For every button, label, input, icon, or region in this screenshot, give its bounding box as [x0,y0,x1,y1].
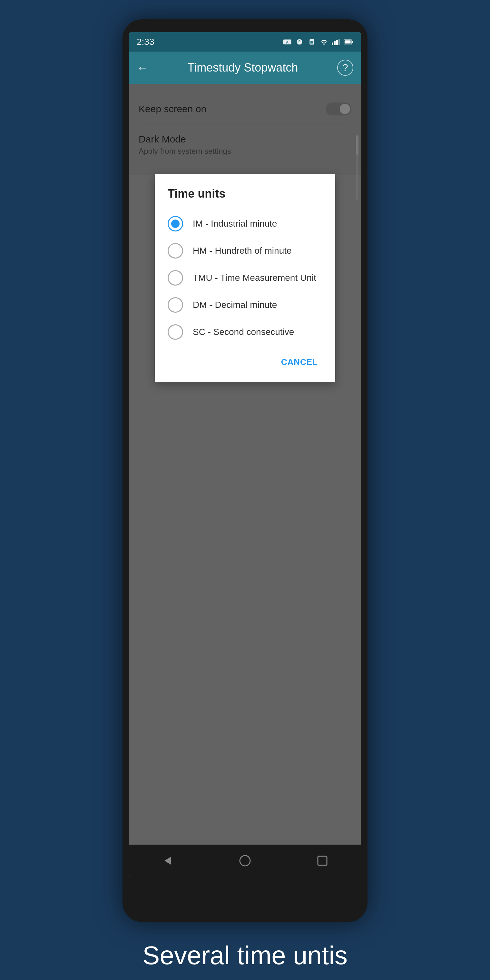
radio-sc[interactable] [168,324,183,340]
wifi-icon [319,39,329,45]
option-hm[interactable]: HM - Hundreth of minute [155,237,335,264]
dialog-actions: CANCEL [155,345,335,375]
help-button[interactable]: ? [337,60,353,76]
time-units-dialog: Time units IM - Industrial minute HM - H… [155,174,335,382]
svg-text:P: P [299,40,301,43]
sim-icon [307,39,317,45]
dialog-title: Time units [155,187,335,210]
radio-tmu[interactable] [168,270,183,286]
radio-dm[interactable] [168,297,183,313]
back-button[interactable]: ← [137,61,148,75]
nav-home-icon [239,854,251,867]
option-tmu-label: TMU - Time Measurement Unit [193,273,316,283]
svg-rect-10 [339,39,340,45]
option-sc[interactable]: SC - Second consecutive [155,318,335,345]
phone-frame: 2:33 A P [123,19,368,922]
nav-recents-button[interactable] [313,851,332,870]
option-hm-label: HM - Hundreth of minute [193,246,292,256]
option-im-label: IM - Industrial minute [193,219,277,229]
svg-marker-14 [164,857,171,865]
radio-im[interactable] [168,216,183,231]
option-dm[interactable]: DM - Decimal minute [155,291,335,318]
svg-rect-5 [310,41,313,43]
radio-hm[interactable] [168,243,183,259]
bottom-nav [129,845,361,877]
app-bar: ← Timestudy Stopwatch ? [129,52,361,84]
bottom-caption: Several time untis [0,941,490,970]
svg-rect-12 [352,41,353,43]
notification-a-icon: A [282,39,292,45]
nav-home-button[interactable] [235,851,255,870]
svg-point-6 [323,43,325,45]
nav-recents-icon [317,855,328,867]
status-bar: 2:33 A P [129,32,361,52]
option-sc-label: SC - Second consecutive [193,327,294,337]
app-title: Timestudy Stopwatch [155,61,331,75]
cancel-button[interactable]: CANCEL [274,352,326,372]
svg-text:A: A [286,40,288,44]
svg-rect-8 [334,41,336,45]
svg-rect-9 [336,40,338,45]
nav-back-button[interactable] [158,851,177,870]
svg-rect-16 [318,856,327,865]
svg-rect-13 [345,40,351,43]
status-time: 2:33 [137,37,154,47]
svg-point-15 [240,856,250,866]
option-tmu[interactable]: TMU - Time Measurement Unit [155,264,335,291]
battery-icon [344,39,353,45]
status-icons: A P [282,39,353,45]
nav-back-icon [161,854,174,867]
signal-icon [331,39,341,45]
option-im[interactable]: IM - Industrial minute [155,210,335,237]
option-dm-label: DM - Decimal minute [193,300,277,310]
phone-screen: 2:33 A P [129,32,361,877]
svg-rect-7 [332,43,333,45]
notification-p-icon: P [294,39,304,45]
modal-overlay: Time units IM - Industrial minute HM - H… [129,84,361,845]
